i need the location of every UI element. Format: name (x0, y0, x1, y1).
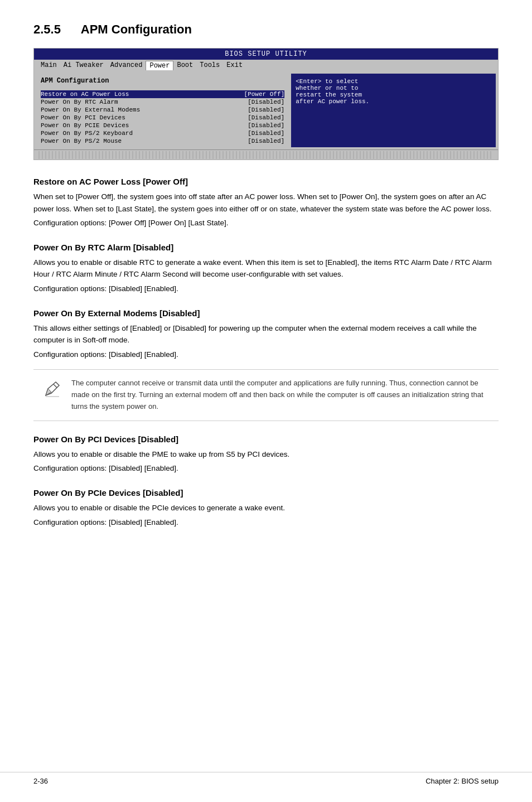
bios-left-panel: APM Configuration Restore on AC Power Lo… (36, 74, 289, 147)
bios-tab-power[interactable]: Power (146, 61, 173, 70)
bios-tab-row: Main Ai Tweaker Advanced Power Boot Tool… (34, 60, 498, 71)
bios-tab-tools[interactable]: Tools (196, 61, 223, 70)
note-box-external-modems: The computer cannot receive or transmit … (33, 369, 499, 421)
bios-waves (38, 151, 494, 159)
note-text-external-modems: The computer cannot receive or transmit … (71, 378, 491, 412)
bios-item-2[interactable]: Power On By External Modems[Disabled] (41, 106, 284, 114)
subsection-para-external-modems-1: Configuration options: [Disabled] [Enabl… (33, 349, 499, 361)
subsection-para-restore-ac-0: When set to [Power Off], the system goes… (33, 191, 499, 215)
bios-setup-box: BIOS SETUP UTILITY Main Ai Tweaker Advan… (33, 48, 499, 160)
subsection-para-pcie-devices-1: Configuration options: [Disabled] [Enabl… (33, 516, 499, 529)
bios-item-1[interactable]: Power On By RTC Alarm[Disabled] (41, 98, 284, 106)
bios-item-5[interactable]: Power On By PS/2 Keyboard[Disabled] (41, 129, 284, 137)
bios-item-value: [Power Off] (244, 91, 285, 98)
bios-item-label: Power On By PS/2 Keyboard (41, 130, 248, 137)
subsection-pci-devices: Power On By PCI Devices [Disabled]Allows… (33, 434, 499, 475)
bios-content: APM Configuration Restore on AC Power Lo… (34, 71, 498, 149)
bios-title: BIOS SETUP UTILITY (225, 50, 307, 58)
bios-item-3[interactable]: Power On By PCI Devices[Disabled] (41, 114, 284, 122)
footer-page-number: 2-36 (33, 777, 48, 785)
subsection-para-pci-devices-0: Allows you to enable or disable the PME … (33, 448, 499, 461)
section-heading: APM Configuration (81, 22, 192, 36)
subsection-external-modems: Power On By External Modems [Disabled]Th… (33, 308, 499, 421)
subsection-para-pcie-devices-0: Allows you to enable or disable the PCIe… (33, 502, 499, 514)
bios-item-value: [Disabled] (248, 122, 284, 129)
bios-item-label: Power On By PCI Devices (41, 114, 248, 121)
note-icon-external-modems (41, 379, 64, 404)
subsection-heading-restore-ac: Restore on AC Power Loss [Power Off] (33, 177, 499, 186)
bios-tab-boot[interactable]: Boot (173, 61, 196, 70)
subsection-restore-ac: Restore on AC Power Loss [Power Off]When… (33, 177, 499, 229)
subsection-heading-rtc-alarm: Power On By RTC Alarm [Disabled] (33, 243, 499, 252)
bios-tab-advanced[interactable]: Advanced (107, 61, 146, 70)
subsection-heading-external-modems: Power On By External Modems [Disabled] (33, 308, 499, 318)
bios-tab-main[interactable]: Main (37, 61, 60, 70)
bios-item-6[interactable]: Power On By PS/2 Mouse[Disabled] (41, 137, 284, 145)
bios-tab-aitweaker[interactable]: Ai Tweaker (60, 61, 107, 70)
bios-item-value: [Disabled] (248, 99, 284, 105)
subsection-pcie-devices: Power On By PCIe Devices [Disabled]Allow… (33, 488, 499, 528)
subsection-heading-pci-devices: Power On By PCI Devices [Disabled] (33, 434, 499, 444)
page-footer: 2-36 Chapter 2: BIOS setup (0, 772, 532, 785)
subsection-heading-pcie-devices: Power On By PCIe Devices [Disabled] (33, 488, 499, 497)
bios-item-4[interactable]: Power On By PCIE Devices[Disabled] (41, 122, 284, 129)
bios-items: Restore on AC Power Loss[Power Off]Power… (41, 90, 284, 145)
bios-section-header: APM Configuration (41, 76, 284, 86)
bios-item-label: Restore on AC Power Loss (41, 91, 244, 98)
bios-item-value: [Disabled] (248, 130, 284, 137)
bios-title-bar: BIOS SETUP UTILITY (34, 49, 498, 60)
bios-tab-exit[interactable]: Exit (223, 61, 246, 70)
bios-item-0[interactable]: Restore on AC Power Loss[Power Off] (41, 90, 284, 98)
section-title: 2.5.5 APM Configuration (33, 22, 499, 37)
subsection-rtc-alarm: Power On By RTC Alarm [Disabled]Allows y… (33, 243, 499, 295)
bios-item-label: Power On By RTC Alarm (41, 99, 248, 105)
subsection-para-external-modems-0: This allows either settings of [Enabled]… (33, 322, 499, 346)
subsections: Restore on AC Power Loss [Power Off]When… (33, 177, 499, 528)
bios-item-label: Power On By PCIE Devices (41, 122, 248, 129)
bios-item-value: [Disabled] (248, 107, 284, 113)
bios-item-label: Power On By PS/2 Mouse (41, 138, 248, 144)
subsection-para-rtc-alarm-1: Configuration options: [Disabled] [Enabl… (33, 283, 499, 295)
subsection-para-rtc-alarm-0: Allows you to enable or disable RTC to g… (33, 257, 499, 281)
bios-item-value: [Disabled] (248, 114, 284, 121)
bios-item-value: [Disabled] (248, 138, 284, 144)
footer-chapter: Chapter 2: BIOS setup (425, 777, 499, 785)
bios-item-label: Power On By External Modems (41, 107, 248, 113)
subsection-para-restore-ac-1: Configuration options: [Power Off] [Powe… (33, 217, 499, 229)
bios-bottom-bar (34, 149, 498, 160)
bios-help-text: <Enter> to select whether or not to rest… (296, 78, 369, 105)
bios-help-panel: <Enter> to select whether or not to rest… (291, 74, 496, 147)
subsection-para-pci-devices-1: Configuration options: [Disabled] [Enabl… (33, 462, 499, 475)
section-number: 2.5.5 (33, 22, 61, 36)
